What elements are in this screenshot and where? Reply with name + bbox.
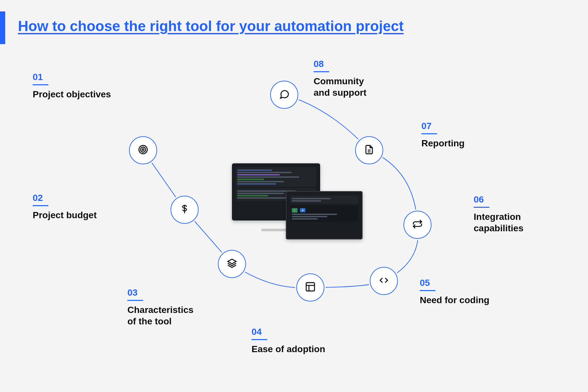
label-text: Project objectives bbox=[33, 89, 111, 100]
node-characteristics bbox=[218, 250, 246, 278]
label-07: 07 Reporting bbox=[421, 121, 465, 149]
label-underline bbox=[33, 205, 48, 206]
label-number: 01 bbox=[33, 72, 111, 82]
dollar-icon bbox=[179, 204, 190, 216]
svg-marker-3 bbox=[228, 259, 236, 264]
label-number: 08 bbox=[314, 59, 367, 69]
node-reporting bbox=[355, 136, 383, 164]
label-text: Need for coding bbox=[420, 294, 489, 306]
node-ease-of-adoption bbox=[296, 273, 324, 302]
chat-icon bbox=[279, 89, 290, 101]
layers-icon bbox=[226, 258, 237, 270]
label-text: Characteristicsof the tool bbox=[127, 304, 193, 327]
label-underline bbox=[314, 71, 329, 72]
label-underline bbox=[127, 300, 143, 301]
label-number: 05 bbox=[420, 278, 489, 288]
node-need-for-coding bbox=[370, 267, 398, 295]
label-text: Integrationcapabilities bbox=[474, 211, 524, 234]
svg-rect-4 bbox=[306, 283, 315, 291]
file-icon bbox=[364, 144, 375, 156]
label-05: 05 Need for coding bbox=[420, 278, 489, 306]
center-illustration: ✓ ■ bbox=[229, 163, 366, 248]
label-underline bbox=[421, 133, 437, 134]
node-integration bbox=[403, 211, 432, 239]
repeat-icon bbox=[412, 219, 423, 231]
label-underline bbox=[33, 84, 48, 85]
label-underline bbox=[474, 207, 489, 208]
page-title: How to choose the right tool for your au… bbox=[18, 18, 404, 34]
diagram-stage: 01 Project objectives 02 Project budget … bbox=[0, 52, 588, 392]
label-text: Communityand support bbox=[314, 75, 367, 98]
label-text: Ease of adoption bbox=[252, 343, 325, 355]
label-text: Reporting bbox=[421, 138, 465, 149]
laptop-mock: ✓ ■ bbox=[286, 191, 363, 239]
svg-point-2 bbox=[142, 149, 144, 151]
label-number: 02 bbox=[33, 193, 97, 203]
node-project-budget bbox=[171, 196, 199, 224]
target-icon bbox=[138, 144, 149, 156]
svg-point-1 bbox=[140, 147, 146, 152]
label-03: 03 Characteristicsof the tool bbox=[127, 287, 193, 327]
label-06: 06 Integrationcapabilities bbox=[474, 194, 524, 234]
accent-bar bbox=[0, 11, 5, 44]
label-number: 03 bbox=[127, 287, 193, 298]
label-01: 01 Project objectives bbox=[33, 72, 111, 100]
label-02: 02 Project budget bbox=[33, 193, 97, 221]
layout-icon bbox=[305, 281, 316, 294]
label-underline bbox=[252, 339, 267, 340]
label-underline bbox=[420, 290, 435, 291]
node-project-objectives bbox=[129, 136, 157, 164]
node-community bbox=[270, 81, 298, 109]
label-number: 04 bbox=[252, 327, 325, 337]
label-04: 04 Ease of adoption bbox=[252, 327, 325, 355]
label-08: 08 Communityand support bbox=[314, 59, 367, 98]
code-icon bbox=[378, 275, 389, 287]
label-number: 06 bbox=[474, 194, 524, 205]
label-text: Project budget bbox=[33, 209, 97, 221]
label-number: 07 bbox=[421, 121, 465, 131]
